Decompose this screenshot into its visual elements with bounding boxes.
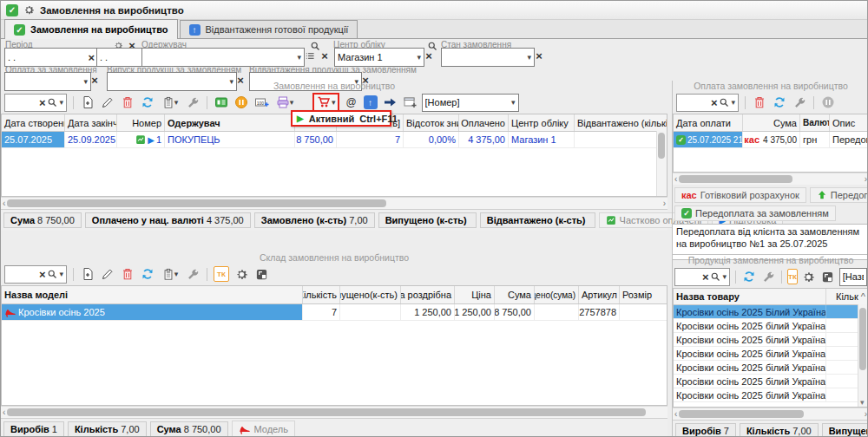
qty-cell[interactable]: 7 [303,304,340,320]
new-document-icon[interactable] [80,95,95,110]
size-cell[interactable] [620,304,667,320]
product-name-cell[interactable]: Кросівки осінь 2025 білий Україна 41(р) [674,375,826,388]
column-product-qty[interactable]: Кільк ^ [826,289,868,304]
window-plus-icon[interactable] [402,95,418,110]
column-paid[interactable]: Оплачено [459,114,509,131]
composition-wrench-icon[interactable] [185,266,201,282]
products-search-clear-icon[interactable]: × [702,271,709,283]
date-from-input[interactable]: . . × [4,48,98,67]
composition-gear-icon[interactable] [233,266,249,282]
price-cell[interactable]: 1 250,00 [455,304,495,320]
products-refresh-icon[interactable] [741,269,757,284]
production-cart-icon[interactable] [316,95,332,110]
order-row[interactable]: 25.07.2025 25.09.2025 ▶ 1 ПОКУПЕЦЬ 8 750… [2,132,667,148]
upload-icon[interactable] [364,95,378,109]
scroll-right-icon[interactable]: › [865,410,867,419]
column-released-qty[interactable]: Випущено(к-сть) [340,286,401,303]
column-pay-sum[interactable]: Сума [743,114,800,131]
retail-cell[interactable]: 1 250,00 [401,304,455,320]
payment-desc-cell[interactable]: Передоплата [830,132,868,147]
payments-horizontal-scrollbar[interactable]: ‹ › [673,173,868,185]
receiver-list-icon[interactable] [304,49,316,62]
product-name-cell[interactable]: Кросівки осінь 2025 Білий Україна 36(р) [674,305,826,318]
model-name-cell[interactable]: Кросівки осінь 2025 [2,304,303,320]
refresh-icon[interactable] [140,95,155,110]
order-qty-cell[interactable]: 7 [337,132,404,147]
orders-vertical-scrollbar[interactable] [656,131,667,196]
tab-orders[interactable]: Замовлення на виробництво [4,19,178,39]
center-clear-icon[interactable]: × [423,49,435,62]
scroll-left-icon[interactable]: ‹ [674,410,677,419]
column-number[interactable]: Номер [117,114,165,131]
product-row[interactable]: Кросівки осінь 2025 білий Україна 38(р) [674,333,868,347]
products-search-input[interactable]: × ▾ [674,268,730,286]
order-center-cell[interactable]: Магазин 1 [509,132,575,147]
product-row[interactable]: Кросівки осінь 2025 Білий Україна 36(р) [674,305,868,319]
scroll-left-icon[interactable]: ‹ [3,408,5,417]
order-paid-cell[interactable]: 4 375,00 [459,132,509,147]
forward-arrow-icon[interactable] [382,95,398,110]
products-vertical-scrollbar[interactable]: ▾ [858,304,868,407]
composition-refresh-icon[interactable] [140,266,155,282]
released-sum-cell[interactable] [535,304,579,320]
coins-icon[interactable] [233,95,249,110]
column-receiver[interactable]: Одержувач [165,114,295,131]
products-tk-icon[interactable]: ТК [787,269,798,284]
delete-trash-icon[interactable] [120,95,135,110]
barcode-plus-icon[interactable]: 100 [253,95,269,110]
order-shipped-cell[interactable] [575,132,667,147]
receiver-combo[interactable]: ▾ [141,48,305,67]
order-finished-cell[interactable]: 25.09.2025 [65,132,117,147]
composition-search-chevron-icon[interactable]: ▾ [59,270,63,278]
column-pay-desc[interactable]: Опис [830,114,868,131]
composition-search-input[interactable]: × ▾ [4,265,67,284]
column-product-name[interactable]: Назва товару [674,289,826,304]
email-at-icon[interactable]: @ [344,95,359,110]
column-size[interactable]: Розмір [620,286,667,303]
composition-row[interactable]: Кросівки осінь 2025 7 1 250,00 1 250,00 … [2,304,667,321]
payments-search-clear-icon[interactable]: × [711,97,718,108]
clipboard-menu-icon[interactable]: ▾ [160,95,181,110]
center-combo[interactable]: Магазин 1 ▾ [334,48,424,67]
composition-delete-trash-icon[interactable] [120,266,135,282]
payments-delete-trash-icon[interactable] [752,95,767,110]
product-name-cell[interactable]: Кросівки осінь 2025 білий Україна 38(р) [674,333,826,346]
product-name-cell[interactable]: Кросівки осінь 2025 білий Україна 37(р) [674,319,826,332]
column-finished[interactable]: Дата закінчення [65,114,117,131]
cash-register-icon[interactable] [214,95,229,110]
settings-gear-icon[interactable] [23,4,35,16]
payment-sum-cell[interactable]: кас 4 375,00 [743,132,800,147]
print-menu-icon[interactable]: ▾ [273,95,296,110]
products-gear-icon[interactable] [801,269,817,284]
scroll-down-icon[interactable]: ▾ [860,398,865,407]
state-combo[interactable]: ▾ [441,48,535,67]
payment-currency-cell[interactable]: грн [800,132,830,147]
badge-model[interactable]: Модель [232,421,295,437]
legend-prepay-order[interactable]: Передоплата за замовленням [674,205,836,221]
number-filter-chevron-icon[interactable]: ▾ [511,98,516,107]
scroll-left-icon[interactable]: ‹ [3,199,5,208]
tab-shipment[interactable]: Відвантаження готової продукції [180,20,358,38]
legend-prepay[interactable]: Передоплата [810,187,868,203]
column-created[interactable]: Дата створення [2,114,65,131]
payments-search-input[interactable]: × ▾ [676,94,739,112]
order-receiver-cell[interactable]: ПОКУПЕЦЬ [165,132,295,147]
receiver-clear-icon[interactable]: × [319,49,331,62]
scroll-right-icon[interactable]: › [663,199,666,208]
center-chevron-icon[interactable]: ▾ [417,53,421,62]
column-pay-currency[interactable]: Валюта [800,114,830,131]
orders-search-clear-icon[interactable]: × [39,97,46,108]
date-from-clear-icon[interactable]: × [88,52,95,63]
product-name-cell[interactable]: Кросівки осінь 2025 білий Україна 40(р) [674,361,826,374]
orders-search-input[interactable]: × ▾ [4,94,67,112]
product-row[interactable]: Кросівки осінь 2025 білий Україна 42(р) [674,388,868,402]
edit-pencil-icon[interactable] [100,95,115,110]
column-released-sum[interactable]: Випущено(сума) [535,286,579,303]
sku-cell[interactable]: 2757878 [579,304,620,320]
products-search-chevron-icon[interactable]: ▾ [722,272,727,281]
products-export-icon[interactable] [820,269,836,284]
composition-search-icon[interactable] [47,269,57,279]
product-row[interactable]: Кросівки осінь 2025 білий Україна 40(р) [674,361,868,375]
payments-wrench-icon[interactable] [792,95,807,110]
orders-search-chevron-icon[interactable]: ▾ [59,98,63,107]
